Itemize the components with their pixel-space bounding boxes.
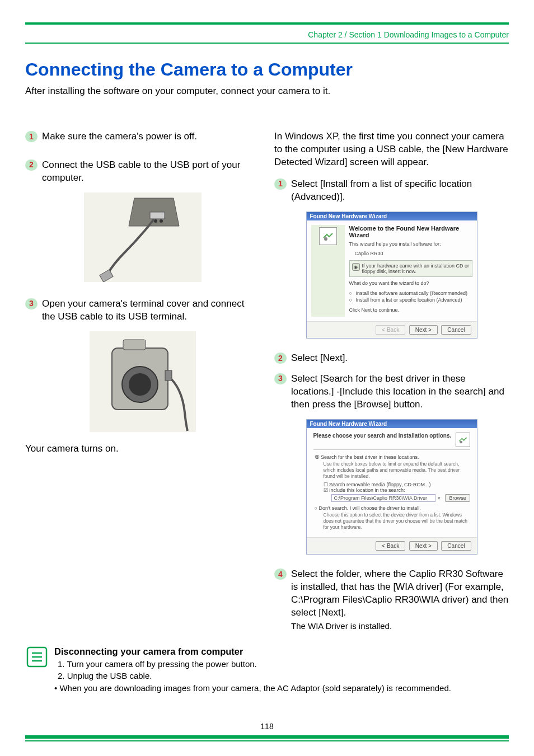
intro-text: After installing the software on your co…	[25, 86, 509, 97]
svg-rect-8	[123, 340, 146, 350]
wizard1-back-button: < Back	[376, 325, 405, 335]
right-step-2: 2 Select [Next].	[274, 352, 509, 365]
left-step-3: 3 Open your camera's terminal cover and …	[25, 298, 260, 323]
svg-rect-2	[150, 212, 165, 219]
wizard2-heading: Please choose your search and installati…	[313, 433, 452, 439]
wizard2-title: Found New Hardware Wizard	[307, 420, 477, 428]
page-title: Connecting the Camera to a Computer	[25, 59, 509, 80]
dropdown-icon[interactable]: ▾	[438, 495, 441, 501]
wizard1-cancel-button[interactable]: Cancel	[441, 325, 471, 335]
svg-rect-11	[165, 370, 172, 381]
disconnect-tip: Disconnecting your camera from computer …	[25, 645, 509, 694]
wizard1-question: What do you want the wizard to do?	[349, 280, 472, 287]
step-badge: 4	[274, 569, 287, 580]
wizard2-opt1-desc: Use the check boxes below to limit or ex…	[324, 461, 470, 480]
tip-note: When you are downloading images from you…	[54, 683, 451, 694]
step-badge: 2	[25, 159, 38, 171]
wizard2-browse-button[interactable]: Browse	[445, 494, 470, 502]
wizard2-opt2-desc: Choose this option to select the device …	[324, 512, 470, 530]
left-step-2: 2 Connect the USB cable to the USB port …	[25, 159, 260, 185]
wizard2-next-button[interactable]: Next >	[409, 541, 438, 551]
right-lead: In Windows XP, the first time you connec…	[274, 130, 509, 169]
wizard1-hint: ◉ If your hardware came with an installa…	[349, 260, 472, 277]
step-text: Select [Search for the best driver in th…	[291, 373, 509, 411]
wizard2-path-input[interactable]: C:\Program Files\Caplio RR30\WIA Driver	[331, 494, 436, 502]
step-badge: 3	[25, 298, 38, 309]
wizard1-heading: Welcome to the Found New Hardware Wizard	[349, 225, 472, 239]
hardware-icon	[319, 227, 337, 245]
wizard1-hint-text: If your hardware came with an installati…	[362, 263, 470, 274]
breadcrumb: Chapter 2 / Section 1 Downloading Images…	[25, 30, 509, 43]
step-badge: 1	[25, 131, 38, 142]
tip-step-1: 1. Turn your camera off by pressing the …	[58, 659, 451, 670]
cd-icon: ◉	[352, 263, 360, 271]
camera-on-caption: Your camera turns on.	[25, 443, 260, 454]
tip-step-2: 2. Unplug the USB cable.	[58, 670, 451, 682]
footer-rule-thin	[25, 740, 509, 741]
wizard2-opt-search[interactable]: Search for the best driver in these loca…	[315, 454, 470, 460]
wia-installed-note: The WIA Driver is installed.	[291, 621, 509, 632]
right-step-4: 4 Select the folder, where the Caplio RR…	[274, 568, 509, 632]
step-text: Open your camera's terminal cover and co…	[42, 298, 260, 323]
svg-point-4	[160, 219, 163, 223]
wizard-screenshot-1: Found New Hardware Wizard Welcome to the…	[274, 212, 509, 339]
step-badge: 1	[274, 179, 287, 190]
hardware-icon	[456, 433, 470, 447]
wizard1-title: Found New Hardware Wizard	[307, 212, 477, 220]
wizard1-opt-advanced[interactable]: Install from a list or specific location…	[349, 297, 472, 303]
wizard1-p1: This wizard helps you install software f…	[349, 241, 472, 247]
wizard1-opt-auto[interactable]: Install the software automatically (Reco…	[349, 290, 472, 296]
step-badge: 3	[274, 373, 287, 384]
left-column: 1 Make sure the camera's power is off. 2…	[25, 130, 260, 633]
wizard1-device: Caplio RR30	[349, 251, 472, 257]
step-text: Make sure the camera's power is off.	[42, 130, 260, 143]
right-step-1: 1 Select [Install from a list of specifi…	[274, 178, 509, 204]
wizard1-continue: Click Next to continue.	[349, 307, 472, 313]
wizard2-back-button[interactable]: < Back	[376, 541, 405, 551]
wizard1-next-button[interactable]: Next >	[409, 325, 438, 335]
header-rule-top	[25, 22, 509, 25]
svg-point-10	[129, 373, 151, 396]
right-column: In Windows XP, the first time you connec…	[274, 130, 509, 633]
page-number: 118	[25, 722, 509, 731]
note-icon	[25, 645, 49, 669]
left-step-1: 1 Make sure the camera's power is off.	[25, 130, 260, 143]
right-step-3: 3 Select [Search for the best driver in …	[274, 373, 509, 411]
header-rule-bottom	[25, 43, 509, 44]
step-text: Connect the USB cable to the USB port of…	[42, 159, 260, 185]
footer-rule-thick	[25, 735, 509, 739]
svg-point-13	[460, 440, 462, 443]
camera-connect-image	[25, 331, 260, 434]
step-text: Select the folder, where the Caplio RR30…	[291, 568, 509, 632]
step-text: Select [Next].	[291, 352, 509, 365]
wizard2-chk-removable[interactable]: Search removable media (floppy, CD-ROM..…	[324, 482, 470, 487]
usb-cable-image	[25, 192, 260, 284]
wizard2-opt-dont-search[interactable]: Don't search. I will choose the driver t…	[315, 505, 470, 511]
step-badge: 2	[274, 353, 287, 364]
wizard2-cancel-button[interactable]: Cancel	[441, 541, 471, 551]
svg-point-12	[324, 237, 327, 241]
wizard-screenshot-2: Found New Hardware Wizard Please choose …	[274, 419, 509, 555]
step-text: Select [Install from a list of specific …	[291, 178, 509, 204]
tip-heading: Disconnecting your camera from computer	[54, 645, 451, 658]
wizard2-chk-include-location[interactable]: Include this location in the search:	[324, 487, 470, 493]
